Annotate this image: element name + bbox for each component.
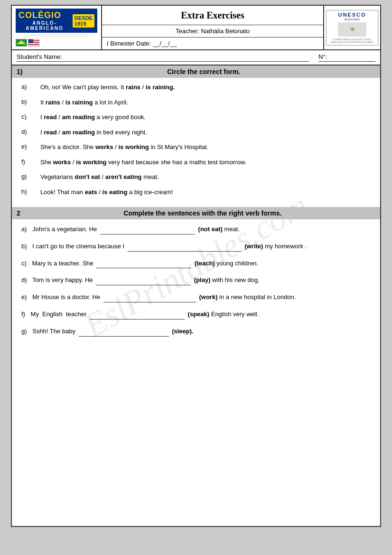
item-label: e) (21, 293, 27, 301)
logo-colegio-text: COLÉGIO (19, 10, 71, 20)
section1-exercises: a) Oh, no! We can't play tennis. It rain… (12, 78, 380, 207)
blank-field[interactable] (79, 326, 169, 337)
logo-subtitle: ANGLO-AMERICANO (19, 20, 71, 31)
header-right: UNESCO Associado 🌿 CONFEDERAÇÃO NACIONAL… (323, 6, 380, 49)
item-label: b) (21, 98, 40, 105)
date-row: I Bimester Date: __/__/__ (102, 38, 323, 49)
verb-hint: (teach) (195, 260, 215, 267)
teacher-row: Teacher: Nathália Belonato (102, 25, 323, 38)
title-row: Extra Exercises (102, 6, 323, 25)
logo-tagline: FORMANDO EMPREENDEDORES (16, 34, 97, 37)
section1-number: 1) (17, 68, 22, 75)
date-slots: __/__/__ (153, 40, 177, 47)
blank-field[interactable] (128, 241, 242, 252)
item-content: Oh, no! We can't play tennis. It rains /… (40, 83, 371, 92)
item-label: c) (21, 260, 27, 267)
logo-year: DESDE1919 (73, 14, 94, 28)
logo-section: COLÉGIO ANGLO-AMERICANO DESDE1919 FORMAN… (12, 6, 102, 49)
item-label: d) (21, 276, 27, 283)
bimester-label: I Bimester Date: (107, 40, 151, 47)
item-label: d) (21, 128, 40, 135)
list-item: a) John's a vegetarian. He (not eat) mea… (21, 224, 371, 235)
item-content: Vegetarians don't eat / aren't eating me… (40, 172, 371, 182)
worksheet-page: EslPrintables.com COLÉGIO ANGLO-AMERICAN… (11, 5, 381, 527)
section1-title: Circle the correct form. (32, 68, 375, 75)
list-item: f) She works / is working very hard beca… (21, 158, 371, 167)
verb-hint: (not eat) (198, 226, 223, 233)
item-label: f) (21, 310, 25, 318)
item-label: f) (21, 158, 40, 165)
unesco-box: UNESCO Associado 🌿 CONFEDERAÇÃO NACIONAL… (326, 10, 378, 46)
list-item: d) Tom is very happy. He (play) with his… (21, 275, 371, 285)
item-content: Look! That man eats / is eating a big ic… (40, 188, 371, 197)
item-label: a) (21, 226, 27, 233)
item-content: I read / am reading in bed every night. (40, 128, 371, 137)
main-title: Extra Exercises (181, 10, 244, 20)
item-label: a) (21, 83, 40, 90)
item-label: h) (21, 188, 40, 195)
section2-exercises: a) John's a vegetarian. He (not eat) mea… (12, 219, 380, 348)
section2-number: 2 (17, 209, 20, 217)
list-item: d) I read / am reading in bed every nigh… (21, 128, 371, 137)
unesco-logo: UNESCO (328, 12, 376, 18)
item-content: It rains / is raining a lot in April. (40, 98, 371, 107)
flag-brazil (16, 39, 27, 47)
teacher-label: Teacher: Nathália Belonato (176, 28, 250, 35)
logo-flags (16, 39, 97, 47)
header: COLÉGIO ANGLO-AMERICANO DESDE1919 FORMAN… (12, 6, 380, 50)
item-content: I read / am reading a very good book. (40, 113, 371, 122)
section2-title: Complete the sentences with the right ve… (30, 209, 375, 217)
item-label: b) (21, 243, 27, 250)
list-item: h) Look! That man eats / is eating a big… (21, 188, 371, 197)
item-label: g) (21, 328, 27, 335)
student-number-label: N°: (318, 53, 375, 62)
list-item: c) Mary is a teacher. She (teach) young … (21, 258, 371, 269)
section2-header: 2 Complete the sentences with the right … (12, 207, 380, 219)
item-label: c) (21, 113, 40, 120)
verb-hint: (speak) (188, 310, 210, 318)
header-center: Extra Exercises Teacher: Nathália Belona… (102, 6, 323, 49)
list-item: f) My English teacher (speak) English ve… (21, 309, 371, 320)
verb-hint: (sleep). (172, 328, 194, 335)
item-content: She works / is working very hard because… (40, 158, 371, 167)
blank-field[interactable] (103, 292, 196, 302)
item-label: g) (21, 172, 40, 180)
list-item: b) It rains / is raining a lot in April. (21, 98, 371, 107)
blank-field[interactable] (100, 224, 195, 235)
list-item: g) Vegetarians don't eat / aren't eating… (21, 172, 371, 182)
blank-field[interactable] (96, 258, 191, 269)
blank-field[interactable] (90, 309, 185, 320)
list-item: g) Sshh! The baby (sleep). (21, 326, 371, 337)
list-item: e) Mr House is a doctor. He (work) in a … (21, 292, 371, 302)
section1-header: 1) Circle the correct form. (12, 66, 380, 78)
list-item: c) I read / am reading a very good book. (21, 113, 371, 122)
verb-hint: (write) (244, 243, 263, 250)
list-item: e) She's a doctor. She works / is workin… (21, 142, 371, 152)
item-content: She's a doctor. She works / is working i… (40, 142, 371, 152)
student-name-label: Student's Name: (17, 53, 309, 62)
item-label: e) (21, 142, 40, 150)
list-item: a) Oh, no! We can't play tennis. It rain… (21, 83, 371, 92)
unesco-sub: Associado (328, 18, 376, 21)
list-item: b) I can't go to the cinema because I (w… (21, 241, 371, 252)
student-row: Student's Name: N°: (12, 50, 380, 66)
flag-us (28, 39, 39, 47)
verb-hint: (work) (199, 293, 217, 301)
blank-field[interactable] (96, 275, 191, 285)
verb-hint: (play) (194, 276, 211, 283)
